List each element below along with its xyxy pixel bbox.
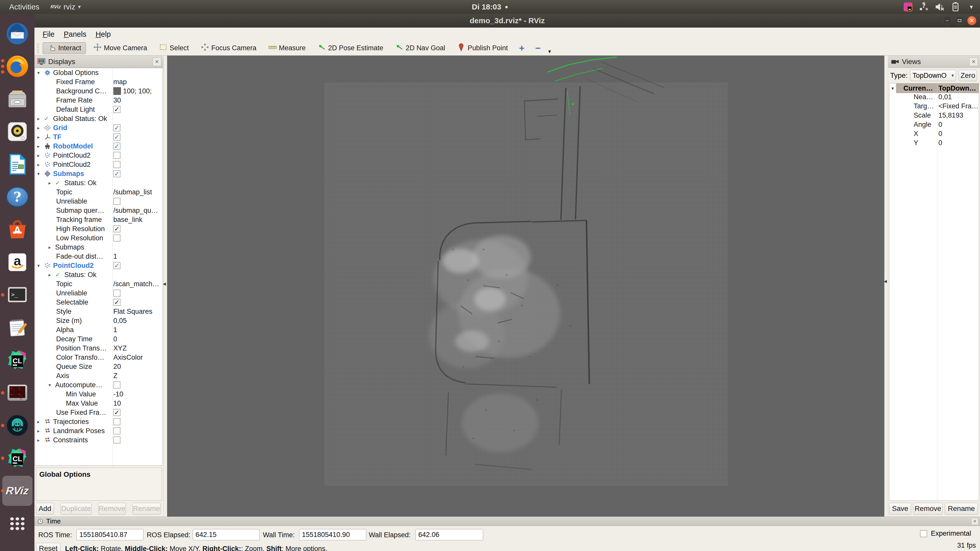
property-value[interactable]: /submap_qu… <box>113 206 162 214</box>
dock-item-libreoffice-writer[interactable] <box>0 148 35 181</box>
display-row-robotmodel[interactable]: ▸RobotModel✓ <box>35 141 162 151</box>
checkbox-unchecked[interactable] <box>113 381 121 389</box>
dock-item-clion[interactable]: CL <box>0 344 35 376</box>
display-row-alpha[interactable]: Alpha1 <box>35 325 162 334</box>
menu-help[interactable]: Help <box>91 29 115 40</box>
tree-expand-arrow-icon[interactable]: ▸ <box>37 134 44 140</box>
toolbar-drag-handle[interactable] <box>37 43 39 53</box>
display-row-selectable[interactable]: Selectable✓ <box>35 298 162 307</box>
display-row-autocompute-[interactable]: ▾Autocompute… <box>35 380 162 389</box>
checkbox-checked[interactable]: ✓ <box>113 225 121 232</box>
display-row-min-value[interactable]: Min Value-10 <box>35 389 162 399</box>
app-menu-button[interactable]: RViz rviz ▾ <box>51 3 81 11</box>
tool-select[interactable]: Select <box>154 42 193 54</box>
property-value[interactable]: -10 <box>113 390 162 398</box>
view-type-dropdown[interactable]: TopDownO ▾ <box>910 70 956 81</box>
dock-item-gitkraken[interactable] <box>0 409 35 442</box>
tree-expand-arrow-icon[interactable]: ▸ <box>48 272 55 278</box>
maximize-button[interactable] <box>955 16 964 25</box>
tree-expand-arrow-icon[interactable]: ▾ <box>48 382 55 388</box>
tree-expand-arrow-icon[interactable]: ▸ <box>37 125 44 131</box>
checkbox-unchecked[interactable] <box>113 437 121 444</box>
window-titlebar[interactable]: demo_3d.rviz* - RViz − ✕ <box>35 14 980 27</box>
tool-2d-nav-goal[interactable]: 2D Nav Goal <box>390 42 450 54</box>
property-value[interactable] <box>113 427 162 434</box>
save-view-button[interactable]: Save <box>889 503 911 514</box>
view-property-value[interactable]: 0,01 <box>939 93 952 101</box>
view-property-row[interactable]: Y0 <box>889 139 979 148</box>
tree-expand-arrow-icon[interactable]: ▸ <box>48 245 55 250</box>
close-icon[interactable]: ✕ <box>153 57 161 66</box>
volume-muted-icon[interactable] <box>935 2 945 12</box>
property-value[interactable]: /submap_list <box>113 188 162 196</box>
tree-expand-arrow-icon[interactable]: ▾ <box>37 263 44 268</box>
property-value[interactable]: 20 <box>113 363 162 371</box>
add-display-button[interactable]: Add <box>36 503 54 514</box>
dock-item-file-cabinet[interactable] <box>0 83 35 115</box>
dock-item-music-player[interactable] <box>0 115 35 148</box>
view-property-value[interactable]: <Fixed Fra… <box>939 102 978 110</box>
wall-time-input[interactable]: 1551805410.90 <box>299 529 366 540</box>
tree-expand-arrow-icon[interactable]: ▸ <box>37 152 44 159</box>
tree-expand-arrow-icon[interactable]: ▸ <box>37 428 44 434</box>
checkbox-checked[interactable]: ✓ <box>113 124 121 131</box>
display-row-high-resolution[interactable]: High Resolution✓ <box>35 224 162 233</box>
display-row-grid[interactable]: ▸Grid✓ <box>35 123 162 132</box>
dock-item-show-applications[interactable] <box>0 507 35 540</box>
view-property-row[interactable]: Targ…<Fixed Fra… <box>889 102 979 111</box>
view-property-value[interactable]: 0 <box>939 139 942 147</box>
view-property-value[interactable]: 15,8193 <box>939 111 963 119</box>
checkbox-checked[interactable]: ✓ <box>113 262 121 269</box>
dock-item-ubuntu-software[interactable]: A <box>0 213 35 246</box>
display-row-submaps[interactable]: ▾Submaps✓ <box>35 169 162 178</box>
property-value[interactable]: 0 <box>113 335 162 343</box>
toolbar-overflow-caret-icon[interactable]: ▾ <box>548 48 551 56</box>
network-status-unknown-icon[interactable]: ? <box>919 2 929 12</box>
property-value[interactable]: /scan_match… <box>113 280 162 288</box>
tool-measure[interactable]: Measure <box>264 42 310 54</box>
tool-publish-point[interactable]: Publish Point <box>452 42 512 54</box>
display-row-unreliable[interactable]: Unreliable <box>35 289 162 298</box>
property-value[interactable] <box>113 152 162 159</box>
checkbox-checked[interactable]: ✓ <box>113 133 121 141</box>
tree-expand-arrow-icon[interactable]: ▸ <box>48 180 55 186</box>
wall-elapsed-input[interactable]: 642.06 <box>415 529 483 540</box>
display-row-trajectories[interactable]: ▸Trajectories <box>35 417 162 426</box>
property-value[interactable]: ✓ <box>113 225 162 232</box>
property-value[interactable]: 30 <box>113 97 162 104</box>
view-property-row[interactable]: X0 <box>889 130 979 139</box>
ros-elapsed-input[interactable]: 642.15 <box>192 529 259 540</box>
property-value[interactable]: 10 <box>113 400 162 407</box>
display-row-low-resolution[interactable]: Low Resolution <box>35 233 162 243</box>
display-row-global-options[interactable]: ▾Global Options <box>35 68 162 77</box>
display-row-global-status-ok[interactable]: ▸✓Global Status: Ok <box>35 114 162 123</box>
checkbox-checked[interactable]: ✓ <box>113 106 121 113</box>
checkbox-checked[interactable]: ✓ <box>113 143 121 150</box>
system-tray[interactable]: ?▾ <box>903 0 977 14</box>
dock-item-terminator[interactable]: >_>_>_>_ <box>0 376 35 409</box>
property-value[interactable]: 1 <box>113 326 162 334</box>
dock-item-thunderbird[interactable] <box>0 17 35 50</box>
display-row-topic[interactable]: Topic/scan_match… <box>35 279 162 289</box>
property-value[interactable]: base_link <box>113 216 162 224</box>
tree-expand-arrow-icon[interactable]: ▾ <box>889 86 896 91</box>
left-splitter[interactable]: ◂ <box>163 56 167 516</box>
display-row-color-transfo-[interactable]: Color Transfo…AxisColor <box>35 353 162 362</box>
view-property-row[interactable]: Angle0 <box>889 121 979 130</box>
display-row-pointcloud2[interactable]: ▾PointCloud2✓ <box>35 261 162 270</box>
clock-button[interactable]: Di 18:03 ● <box>472 3 508 11</box>
property-value[interactable] <box>113 418 162 425</box>
display-row-status-ok[interactable]: ▸✓Status: Ok <box>35 178 162 187</box>
activities-button[interactable]: Activities <box>6 2 42 12</box>
display-row-max-value[interactable]: Max Value10 <box>35 399 162 408</box>
color-swatch[interactable] <box>113 87 121 95</box>
close-button[interactable]: ✕ <box>967 16 977 25</box>
experimental-checkbox[interactable] <box>920 530 927 537</box>
property-value[interactable] <box>113 234 162 241</box>
display-row-status-ok[interactable]: ▸✓Status: Ok <box>35 270 162 279</box>
property-value[interactable] <box>113 198 162 205</box>
property-value[interactable] <box>113 289 162 297</box>
time-panel-title[interactable]: Time ✕ <box>35 517 980 526</box>
dock-item-clion-2[interactable]: CL <box>0 442 35 475</box>
tool-2d-pose-estimate[interactable]: 2D Pose Estimate <box>313 42 388 54</box>
